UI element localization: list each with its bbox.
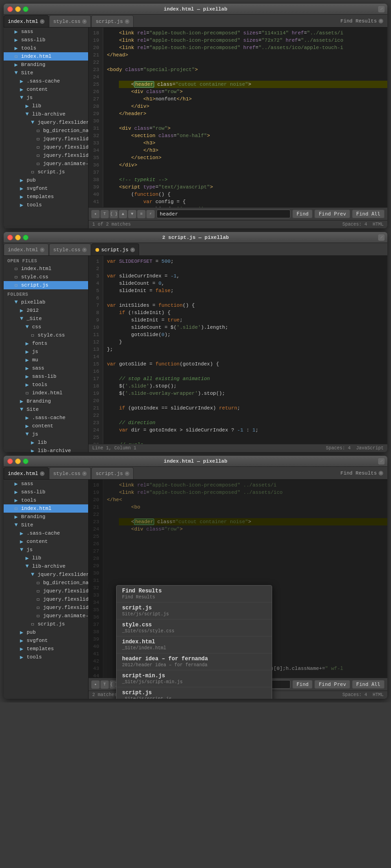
sidebar-open-script[interactable]: ◻ script.js (4, 281, 88, 289)
sidebar-item-sass[interactable]: ▶ sass (4, 28, 88, 36)
tab-close-icon[interactable]: × (82, 471, 87, 476)
sidebar-index-html2[interactable]: ◻ index.html (4, 389, 88, 397)
sidebar-site-folder[interactable]: ▼ _Site (4, 315, 88, 323)
autocomplete-item-find-results[interactable]: Find Results Find Results (117, 586, 272, 603)
tab-close-icon[interactable]: × (125, 471, 129, 476)
tab-style-css-1[interactable]: style.css × (49, 15, 91, 27)
tab-index-html-2[interactable]: index.html × (4, 243, 49, 255)
sidebar-item-sass-lib[interactable]: ▶ sass-lib (4, 36, 88, 44)
sidebar-js2[interactable]: ▶ js (4, 348, 88, 356)
sidebar-item-script-js[interactable]: ◻ script.js (4, 168, 88, 176)
find-icon-1[interactable]: ✦ (91, 210, 100, 218)
sidebar-item-pub[interactable]: ▶ pub (4, 176, 88, 184)
sidebar-lib2[interactable]: ▶ lib (4, 438, 88, 447)
tab-find-results-1[interactable]: Find Results × (337, 15, 387, 27)
tab-script-js-2[interactable]: script.js × (91, 243, 139, 255)
find-icon-3-2[interactable]: T (101, 680, 109, 689)
sidebar-content3[interactable]: ▶ content (4, 537, 88, 546)
sidebar-animate3[interactable]: ◻ jquery.animate-enh (4, 612, 88, 620)
close-button-3[interactable] (7, 459, 13, 464)
maximize-button-2[interactable] (23, 235, 28, 240)
sidebar-mu[interactable]: ▶ mu (4, 356, 88, 364)
sidebar-sass3[interactable]: ▶ sass (4, 480, 88, 488)
sidebar-sass-cache3[interactable]: ▶ .sass-cache (4, 529, 88, 537)
autocomplete-item-script-min[interactable]: script-min.js _Site/js/script-min.js (117, 670, 272, 687)
sidebar-item-jq1[interactable]: ◻ jquery.flexslider. (4, 135, 88, 143)
sidebar-js4[interactable]: ▼ js (4, 546, 88, 554)
sidebar-item-branding[interactable]: ▶ Branding (4, 61, 88, 69)
sidebar-jq3-2[interactable]: ◻ jquery.flexslider. (4, 595, 88, 603)
minimize-button-1[interactable] (15, 6, 21, 12)
sidebar-item-jquery-flexslider[interactable]: ▼ jquery.flexslider (4, 118, 88, 127)
sidebar-item-content[interactable]: ▶ content (4, 85, 88, 94)
sidebar-item-templates[interactable]: ▶ templates (4, 193, 88, 201)
sidebar-item-js[interactable]: ▼ js (4, 94, 88, 102)
close-button-1[interactable] (7, 6, 13, 12)
resize-icon-2[interactable]: ⤢ (378, 234, 385, 241)
sidebar-jq3-3[interactable]: ◻ jquery.flexslider. (4, 603, 88, 612)
tab-script-js-1[interactable]: script.js × (91, 15, 133, 27)
sidebar-item-tools[interactable]: ▶ tools (4, 44, 88, 52)
sidebar-branding3[interactable]: ▶ Branding (4, 513, 88, 521)
find-prev-button-3[interactable]: Find Prev (314, 680, 350, 689)
sidebar-index-html3[interactable]: ◻ index.html (4, 504, 88, 513)
sidebar-sass-cache2[interactable]: ▶ .sass-cache (4, 414, 88, 422)
find-input-1[interactable] (156, 210, 290, 218)
tab-style-css-3[interactable]: style.css × (49, 467, 91, 479)
find-icon-5[interactable]: ▼ (128, 210, 136, 218)
tab-close-icon[interactable]: × (82, 248, 87, 252)
maximize-button-1[interactable] (23, 6, 28, 12)
sidebar-lib-archive2[interactable]: ▶ lib-archive (4, 447, 88, 452)
sidebar-fonts[interactable]: ▶ fonts (4, 339, 88, 348)
autocomplete-dropdown[interactable]: Find Results Find Results script.js Site… (116, 585, 272, 699)
find-button-3[interactable]: Find (292, 680, 313, 689)
minimize-button-3[interactable] (15, 459, 21, 464)
sidebar-open-index[interactable]: ◻ index.html (4, 265, 88, 273)
sidebar-item-lib[interactable]: ▶ lib (4, 102, 88, 110)
sidebar-item-sass-cache[interactable]: ▶ .sass-cache (4, 77, 88, 85)
sidebar-lib-archive3[interactable]: ▼ lib-archive (4, 562, 88, 570)
sidebar-tools5[interactable]: ▶ tools (4, 653, 88, 661)
sidebar-site3[interactable]: ▼ Site (4, 521, 88, 529)
find-all-button-3[interactable]: Find All (352, 680, 385, 689)
sidebar-svgfont3[interactable]: ▶ svgfont (4, 636, 88, 645)
sidebar-pub3[interactable]: ▶ pub (4, 628, 88, 636)
sidebar-content2[interactable]: ▶ content (4, 422, 88, 430)
find-icon-2[interactable]: T (101, 210, 109, 218)
tab-index-html-3[interactable]: index.html × (4, 467, 49, 479)
autocomplete-item-script-js2[interactable]: script.js _Site/js/script.js (117, 687, 272, 699)
autocomplete-item-style-css[interactable]: style.css _Site/css/style.css (117, 619, 272, 636)
sidebar-tools4[interactable]: ▶ tools (4, 496, 88, 504)
sidebar-pixellab[interactable]: ▼ pixellab (4, 298, 88, 306)
tab-close-icon[interactable]: × (40, 248, 45, 252)
sidebar-item-tools2[interactable]: ▶ tools (4, 201, 88, 209)
sidebar-item-jq2[interactable]: ◻ jquery.flexslider. (4, 143, 88, 151)
tab-close-icon[interactable]: × (82, 19, 87, 24)
sidebar-tools3[interactable]: ▶ tools (4, 381, 88, 389)
sidebar-branding2[interactable]: ▶ Branding (4, 397, 88, 405)
sidebar-js3[interactable]: ▼ js (4, 430, 88, 438)
find-icon-4[interactable]: ▲ (119, 210, 127, 218)
sidebar-templates3[interactable]: ▶ templates (4, 645, 88, 653)
sidebar-sass-lib2[interactable]: ▶ sass-lib (4, 372, 88, 381)
tab-find-results-3[interactable]: Find Results × (337, 467, 387, 479)
maximize-button-3[interactable] (23, 459, 28, 464)
code-content-1[interactable]: 1819202122232425262728293031323334353637… (89, 28, 387, 207)
find-icon-7[interactable]: ⚡ (146, 210, 155, 218)
sidebar-sass2[interactable]: ▶ sass (4, 364, 88, 372)
sidebar-style-css-file[interactable]: ◻ style.css (4, 331, 88, 339)
autocomplete-item-index-html[interactable]: index.html _Site/index.html (117, 636, 272, 653)
tab-close-icon[interactable]: × (40, 471, 45, 476)
sidebar-item-svgfont[interactable]: ▶ svgfont (4, 184, 88, 193)
find-icon-6[interactable]: ≡ (137, 210, 145, 218)
tab-close-icon[interactable]: × (125, 19, 129, 24)
autocomplete-item-header-idea[interactable]: header idea – for fernanda 2012/header i… (117, 653, 272, 670)
sidebar-css[interactable]: ▼ css (4, 323, 88, 331)
sidebar-item-animate[interactable]: ◻ jquery.animate-enh (4, 160, 88, 168)
sidebar-item-jq3[interactable]: ◻ jquery.flexslider. (4, 151, 88, 160)
sidebar-lib3[interactable]: ▶ lib (4, 554, 88, 562)
sidebar-jq-flex3[interactable]: ▼ jquery.flexslider (4, 570, 88, 579)
sidebar-sass-lib3[interactable]: ▶ sass-lib (4, 488, 88, 496)
sidebar-jq3-1[interactable]: ◻ jquery.flexslider. (4, 587, 88, 595)
find-icon-3-1[interactable]: ✦ (91, 680, 100, 689)
